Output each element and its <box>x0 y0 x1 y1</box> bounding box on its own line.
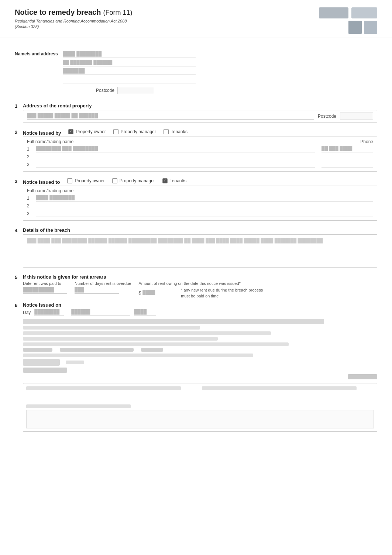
section5-content: If this notice is given for rent arrears… <box>23 274 377 299</box>
dollar-sign: $ <box>138 290 141 296</box>
section3-name1-field: ████ ████████ <box>36 195 373 201</box>
section3-name2-field <box>36 203 373 209</box>
recipient-postcode-label: Postcode <box>96 88 114 93</box>
logo-icons <box>348 21 377 34</box>
header-right <box>319 7 377 34</box>
section3-checkbox-owner[interactable] <box>67 178 72 183</box>
content: Name/s and address ████ ████████ ██ ████… <box>0 38 392 449</box>
section1-content: Address of the rental property ███ █████… <box>23 103 377 126</box>
section3-name2: 2. <box>27 203 373 209</box>
header: Notice to remedy breach (Form 11) Reside… <box>0 0 392 38</box>
section1-postcode-label: Postcode <box>318 114 336 119</box>
recipient-line2: ██ ███████ ██████ <box>63 60 196 66</box>
recipient-label: Name/s and address <box>15 51 63 56</box>
section-2: 2 Notice issued by Property owner Proper… <box>15 129 377 175</box>
section2-option-tenant: Tenant/s <box>164 129 188 134</box>
recipient-line4 <box>63 77 196 83</box>
blurred-right-box <box>348 374 377 379</box>
sig-left-line <box>26 392 198 402</box>
blurred-line-3 <box>23 331 271 335</box>
blurred-line-5 <box>23 342 289 346</box>
section6-day-field: ████████ <box>34 309 64 316</box>
logo-icon1 <box>348 21 362 34</box>
blurred-inline-3 <box>141 348 163 352</box>
section3-bordered: Full name/trading name 1. ████ ████████ … <box>23 186 377 221</box>
section5-date-col: Date rent was paid to ██████████ <box>23 281 67 294</box>
section2-name2-field <box>36 154 315 160</box>
section6-year-field: ████ <box>134 309 156 316</box>
blurred-line-1 <box>23 319 324 324</box>
section4-bordered: ███ ████ ███ ████████ ██████ ██████ ████… <box>23 234 377 268</box>
section2-phone1-field: ██ ███ ████ <box>321 146 373 152</box>
section3-name3: 3. <box>27 210 373 217</box>
section3-name1: 1. ████ ████████ <box>27 195 373 201</box>
section4-content: Details of the breach ███ ████ ███ █████… <box>23 227 377 271</box>
section3-option-owner: Property owner <box>67 178 104 183</box>
blurred-value-row <box>23 359 377 366</box>
blurred-val-1 <box>23 359 60 366</box>
blurred-line-7 <box>23 368 67 373</box>
logo-area <box>319 7 377 18</box>
section6-content: Notice issued on Day ████████ ██████ ███… <box>23 302 377 432</box>
section5-days-label: Number of days rent is overdue <box>75 281 131 286</box>
page: Notice to remedy breach (Form 11) Reside… <box>0 0 392 555</box>
recipient-label-col: Name/s and address <box>15 51 63 94</box>
subtitle: Residential Tenancies and Rooming Accomm… <box>15 18 133 30</box>
recipient-section: Name/s and address ████ ████████ ██ ████… <box>15 51 377 94</box>
blurred-val-2 <box>66 361 84 364</box>
section5-amount-row: $ ████ * any new rent due during the bre… <box>138 287 269 299</box>
sig-right <box>202 386 374 402</box>
sig-right-line <box>202 392 374 402</box>
section2-phone2-field <box>321 154 373 160</box>
section2-option-owner: Property owner <box>68 129 106 134</box>
section3-name3-field <box>36 210 373 217</box>
section2-checkbox-tenant[interactable] <box>164 129 169 134</box>
section3-option-manager: Property manager <box>112 178 155 183</box>
section6-day-label: Day <box>23 310 31 315</box>
logo-icon2 <box>364 21 377 34</box>
logo-box2 <box>351 7 377 18</box>
section2-option-manager: Property manager <box>113 129 156 134</box>
sig-bottom-blurred <box>26 404 131 408</box>
section6-blurred <box>23 319 377 379</box>
section3-checkbox-manager[interactable] <box>112 178 117 183</box>
section-5: 5 If this notice is given for rent arrea… <box>15 274 377 299</box>
section2-checkbox-owner[interactable] <box>68 129 73 134</box>
section1-address: ███ █████ █████ ██ ██████ <box>27 113 314 120</box>
blurred-inline-row <box>23 348 377 352</box>
page-title: Notice to remedy breach (Form 11) <box>15 7 133 17</box>
blurred-line-4 <box>23 337 218 341</box>
section-4: 4 Details of the breach ███ ████ ███ ███… <box>15 227 377 271</box>
section3-checkbox-tenant[interactable] <box>162 178 168 183</box>
sig-bottom-box <box>26 410 374 428</box>
section-3: 3 Notice issued to Property owner Proper… <box>15 178 377 224</box>
section5-amount-label: Amount of rent owing on the date this no… <box>138 281 269 286</box>
section1-bordered: ███ █████ █████ ██ ██████ Postcode <box>23 110 377 123</box>
logo-box1 <box>319 7 348 18</box>
section2-title-row: Notice issued by Property owner Property… <box>23 129 377 137</box>
recipient-postcode-row: Postcode <box>63 87 196 94</box>
recipient-line3: ███████ <box>63 68 196 75</box>
section2-content: Notice issued by Property owner Property… <box>23 129 377 175</box>
blurred-inline-1 <box>23 348 52 352</box>
section3-option-tenant: Tenant/s <box>162 178 186 183</box>
section5-amount-col: Amount of rent owing on the date this no… <box>138 281 269 299</box>
section2-name1: 1. ████████ ███ ████████ ██ ███ ████ <box>27 146 373 152</box>
section2-options: Property owner Property manager Tenant/s <box>68 129 188 134</box>
section5-date-label: Date rent was paid to <box>23 281 67 286</box>
section3-name-labels: Full name/trading name <box>27 188 373 193</box>
section2-bordered: Full name/trading name Phone 1. ████████… <box>23 137 377 172</box>
section2-phone3-field <box>321 161 373 168</box>
blurred-inline-2 <box>60 348 134 352</box>
section6-sig-area <box>23 383 377 432</box>
section5-days-col: Number of days rent is overdue ███ <box>75 281 131 294</box>
section4-detail: ███ ████ ███ ████████ ██████ ██████ ████… <box>27 237 373 245</box>
section3-content: Notice issued to Property owner Property… <box>23 178 377 224</box>
section5-days-field: ███ <box>75 287 119 294</box>
header-left: Notice to remedy breach (Form 11) Reside… <box>15 7 133 30</box>
blurred-right-val <box>23 374 377 379</box>
section2-checkbox-manager[interactable] <box>113 129 118 134</box>
section2-name2: 2. <box>27 154 373 160</box>
section5-date-field: ██████████ <box>23 287 67 294</box>
section3-options: Property owner Property manager Tenant/s <box>67 178 186 183</box>
